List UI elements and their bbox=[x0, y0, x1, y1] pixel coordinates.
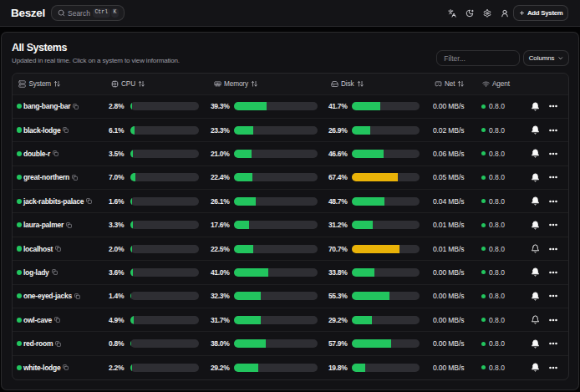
system-row[interactable]: red-room 0.8% 38.0% 57.9% 0.00 MB/s 0.8.… bbox=[13, 332, 568, 355]
row-menu-button[interactable] bbox=[547, 313, 560, 327]
alerts-button[interactable] bbox=[529, 242, 542, 256]
copy-icon[interactable] bbox=[74, 293, 80, 299]
system-name: jack-rabbits-palace bbox=[23, 197, 84, 206]
ellipsis-icon bbox=[548, 220, 558, 230]
system-row[interactable]: log-lady 3.6% 41.0% 33.8% 0.00 MB/s 0.8.… bbox=[13, 261, 568, 284]
disk-meter bbox=[352, 197, 420, 206]
agent-version: 0.8.0 bbox=[489, 102, 505, 110]
alerts-button[interactable] bbox=[529, 337, 542, 350]
row-menu-button[interactable] bbox=[547, 171, 560, 184]
row-menu-button[interactable] bbox=[547, 266, 560, 279]
status-dot bbox=[17, 270, 22, 275]
memory-value: 21.0% bbox=[211, 150, 230, 158]
row-menu-button[interactable] bbox=[547, 99, 560, 113]
system-row[interactable]: laura-palmer 3.3% 17.6% 31.2% 0.01 MB/s … bbox=[13, 213, 568, 237]
cpu-value: 2.2% bbox=[109, 364, 124, 372]
copy-icon[interactable] bbox=[55, 246, 61, 252]
memory-meter bbox=[234, 364, 318, 372]
status-dot bbox=[17, 318, 22, 323]
agent-version: 0.8.0 bbox=[489, 245, 505, 253]
system-row[interactable]: great-northern 7.0% 22.4% 67.4% 0.05 MB/… bbox=[13, 165, 568, 189]
column-header-disk[interactable]: Disk bbox=[320, 80, 424, 88]
system-name: laura-palmer bbox=[23, 221, 64, 229]
alerts-button[interactable] bbox=[529, 289, 542, 303]
net-value: 0.01 MB/s bbox=[424, 245, 471, 253]
row-menu-button[interactable] bbox=[547, 242, 560, 256]
system-row[interactable]: localhost 2.0% 22.5% 70.7% 0.01 MB/s 0.8… bbox=[13, 237, 568, 260]
add-system-button[interactable]: Add System bbox=[513, 5, 568, 21]
copy-icon[interactable] bbox=[52, 269, 58, 275]
bell-icon bbox=[531, 173, 540, 182]
row-menu-button[interactable] bbox=[547, 195, 560, 208]
bell-icon bbox=[531, 196, 540, 206]
column-header-net[interactable]: Net bbox=[424, 80, 471, 88]
all-systems-card: All Systems Updated in real time. Click … bbox=[1, 32, 579, 390]
copy-icon[interactable] bbox=[73, 104, 79, 109]
agent-status-dot bbox=[481, 176, 486, 180]
alerts-button[interactable] bbox=[529, 195, 542, 208]
ethernet-port-icon bbox=[435, 80, 442, 88]
system-row[interactable]: owl-cave 4.9% 31.7% 29.2% 0.00 MB/s 0.8.… bbox=[13, 308, 568, 332]
column-header-system[interactable]: System bbox=[13, 80, 108, 88]
disk-value: 70.7% bbox=[328, 245, 348, 253]
copy-icon[interactable] bbox=[72, 175, 78, 181]
cpu-value: 2.0% bbox=[109, 245, 124, 253]
settings-button[interactable] bbox=[479, 5, 496, 22]
system-row[interactable]: one-eyed-jacks 1.4% 32.3% 55.3% 0.00 MB/… bbox=[13, 284, 568, 308]
cpu-value: 0.8% bbox=[109, 339, 124, 348]
copy-icon[interactable] bbox=[55, 341, 61, 347]
copy-icon[interactable] bbox=[53, 150, 59, 156]
agent-version: 0.8.0 bbox=[489, 268, 505, 277]
columns-button[interactable]: Columns bbox=[523, 50, 569, 66]
column-header-cpu[interactable]: CPU bbox=[108, 80, 203, 88]
ellipsis-icon bbox=[548, 291, 558, 301]
alerts-button[interactable] bbox=[529, 147, 542, 160]
system-row[interactable]: jack-rabbits-palace 1.6% 26.1% 48.7% 0.0… bbox=[13, 190, 568, 213]
column-header-memory[interactable]: Memory bbox=[203, 80, 320, 88]
alerts-button[interactable] bbox=[529, 218, 542, 232]
memory-meter bbox=[234, 268, 318, 277]
disk-value: 67.4% bbox=[328, 173, 348, 181]
system-row[interactable]: bang-bang-bar 2.8% 39.3% 41.7% 0.00 MB/s… bbox=[13, 94, 568, 118]
beszel-logo[interactable]: Beszel bbox=[11, 7, 45, 19]
alerts-button[interactable] bbox=[529, 266, 542, 279]
copy-icon[interactable] bbox=[86, 198, 92, 204]
row-menu-button[interactable] bbox=[547, 218, 560, 232]
cpu-meter bbox=[130, 173, 199, 181]
copy-icon[interactable] bbox=[63, 364, 69, 370]
alerts-button[interactable] bbox=[529, 124, 542, 137]
alerts-button[interactable] bbox=[529, 171, 542, 184]
system-row[interactable]: white-lodge 2.2% 29.2% 19.8% 0.00 MB/s 0… bbox=[13, 355, 568, 379]
language-button[interactable] bbox=[444, 5, 460, 22]
bell-icon bbox=[531, 315, 540, 324]
systems-table: System CPU Memory Di bbox=[12, 73, 569, 380]
cpu-meter bbox=[130, 150, 199, 158]
alerts-button[interactable] bbox=[529, 313, 542, 327]
cpu-value: 7.0% bbox=[109, 173, 124, 181]
column-header-agent[interactable]: Agent bbox=[471, 80, 522, 88]
row-menu-button[interactable] bbox=[547, 289, 560, 303]
copy-icon[interactable] bbox=[66, 222, 72, 228]
disk-meter bbox=[352, 173, 420, 181]
copy-icon[interactable] bbox=[63, 127, 69, 133]
system-row[interactable]: black-lodge 6.1% 23.3% 26.9% 0.02 MB/s 0… bbox=[13, 118, 568, 141]
theme-toggle-button[interactable] bbox=[461, 5, 478, 22]
status-dot bbox=[17, 293, 22, 298]
cpu-meter bbox=[130, 102, 199, 110]
user-menu-button[interactable] bbox=[496, 5, 513, 22]
net-value: 0.05 MB/s bbox=[424, 173, 471, 181]
alerts-button[interactable] bbox=[529, 99, 542, 113]
row-menu-button[interactable] bbox=[547, 147, 560, 160]
system-row[interactable]: double-r 3.5% 21.0% 46.6% 0.06 MB/s 0.8.… bbox=[13, 142, 568, 165]
copy-icon[interactable] bbox=[54, 317, 60, 323]
card-header: All Systems Updated in real time. Click … bbox=[12, 42, 569, 64]
filter-input[interactable] bbox=[436, 50, 520, 66]
alerts-button[interactable] bbox=[529, 361, 542, 374]
status-dot bbox=[17, 127, 22, 132]
search-input[interactable]: Search Ctrl K bbox=[51, 5, 125, 21]
row-menu-button[interactable] bbox=[547, 361, 560, 374]
row-menu-button[interactable] bbox=[547, 124, 560, 137]
row-menu-button[interactable] bbox=[547, 337, 560, 350]
system-name: bang-bang-bar bbox=[23, 102, 70, 110]
cpu-meter bbox=[130, 245, 199, 253]
